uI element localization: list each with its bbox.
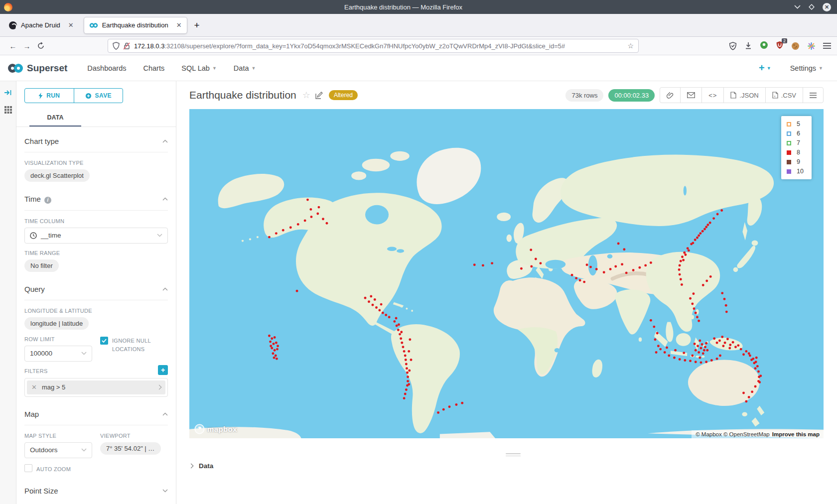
deckgl-map[interactable]: 5678910 mapbox © Mapbox © OpenStreetMap … xyxy=(189,109,824,438)
nav-data[interactable]: Data▼ xyxy=(234,64,256,72)
section-query[interactable]: Query xyxy=(16,275,176,300)
export-json-button[interactable]: .JSON xyxy=(723,88,765,103)
export-csv-button[interactable]: x .CSV xyxy=(765,88,803,103)
section-time[interactable]: Timei xyxy=(16,185,176,210)
auto-zoom-label: AUTO ZOOM xyxy=(36,464,71,474)
superset-brand[interactable]: Superset xyxy=(27,63,67,74)
run-button[interactable]: RUN xyxy=(25,89,74,103)
email-button[interactable] xyxy=(680,88,701,103)
legend-item[interactable]: 6 xyxy=(787,130,804,137)
dataset-grid-icon[interactable] xyxy=(4,106,12,114)
settings-menu[interactable]: Settings▼ xyxy=(790,64,823,72)
chart-title: Earthquake distribution xyxy=(189,89,296,101)
expand-panel-icon[interactable] xyxy=(4,89,12,96)
section-map[interactable]: Map xyxy=(16,400,176,425)
code-icon: <> xyxy=(708,92,717,99)
map-style-label: MAP STYLE xyxy=(24,433,92,439)
section-point-size[interactable]: Point Size xyxy=(16,477,176,502)
panel-tabs: DATA xyxy=(16,110,176,127)
time-range-value[interactable]: No filter xyxy=(24,259,59,272)
mapbox-logo[interactable]: mapbox xyxy=(194,424,237,434)
tab-earthquake-distribution[interactable]: Earthquake distribution ✕ xyxy=(84,17,187,34)
mapbox-circle-icon xyxy=(194,424,205,434)
envelope-icon xyxy=(687,92,695,98)
new-item-button[interactable]: +▼ xyxy=(759,62,771,74)
superset-logo-icon[interactable] xyxy=(7,62,24,74)
chevron-up-icon xyxy=(162,287,168,291)
nav-sql-lab[interactable]: SQL Lab▼ xyxy=(181,64,217,72)
circle-plus-icon xyxy=(85,93,92,99)
pinwheel-extension-icon[interactable] xyxy=(807,42,816,50)
url-text: 172.18.0.3:32108/superset/explore/?form_… xyxy=(134,42,565,50)
insecure-lock-icon[interactable] xyxy=(123,42,131,50)
close-window-icon[interactable]: ✕ xyxy=(823,3,831,11)
save-button[interactable]: SAVE xyxy=(74,89,123,103)
chart-actions-group: <> .JSON x .CSV xyxy=(660,87,824,103)
legend-item[interactable]: 7 xyxy=(787,139,804,146)
panel-resize-handle[interactable] xyxy=(506,453,521,456)
chevron-down-icon xyxy=(157,234,162,237)
checkbox-unchecked-icon[interactable] xyxy=(24,464,32,472)
legend-label: 5 xyxy=(797,121,800,127)
magnitude-legend: 5678910 xyxy=(781,116,812,179)
new-tab-button[interactable]: + xyxy=(194,20,200,31)
legend-item[interactable]: 10 xyxy=(787,168,804,175)
auto-zoom-checkbox[interactable]: AUTO ZOOM xyxy=(24,464,92,474)
forward-icon[interactable]: → xyxy=(20,42,34,50)
nav-dashboards[interactable]: Dashboards xyxy=(87,64,126,72)
downloads-icon[interactable] xyxy=(744,42,752,50)
cookie-extension-icon[interactable] xyxy=(791,42,800,50)
shield-permissions-icon[interactable] xyxy=(113,42,120,50)
extension-green-icon[interactable] xyxy=(760,41,768,51)
viewport-value[interactable]: 7° 35' 54.02" | 31... xyxy=(100,442,161,455)
bookmark-star-icon[interactable]: ☆ xyxy=(627,42,634,50)
altered-badge: Altered xyxy=(329,90,358,100)
remove-filter-icon[interactable]: ✕ xyxy=(31,383,37,391)
close-tab-icon[interactable]: ✕ xyxy=(68,21,74,29)
map-style-select[interactable]: Outdoors xyxy=(24,442,92,458)
copy-link-button[interactable] xyxy=(660,88,680,103)
row-limit-select[interactable]: 100000 xyxy=(24,346,92,362)
time-column-select[interactable]: __time xyxy=(24,228,168,244)
reload-icon[interactable] xyxy=(34,42,48,50)
chevron-down-icon: ▼ xyxy=(251,66,256,71)
ignore-null-checkbox[interactable]: IGNORE NULL LOCATIONS xyxy=(100,337,160,354)
clock-icon xyxy=(30,232,37,239)
chevron-down-icon xyxy=(81,352,87,355)
paperclip-icon xyxy=(667,92,674,99)
checkbox-checked-icon[interactable] xyxy=(100,337,108,345)
chart-area: Earthquake distribution ☆ Altered 73k ro… xyxy=(176,81,837,504)
nav-charts[interactable]: Charts xyxy=(143,64,165,72)
time-range-label: TIME RANGE xyxy=(24,250,168,256)
lonlat-value[interactable]: longitude | latitude xyxy=(24,317,89,330)
favorite-star-icon[interactable]: ☆ xyxy=(302,90,310,101)
hamburger-menu-icon xyxy=(810,93,817,98)
tab-data[interactable]: DATA xyxy=(29,110,81,126)
legend-item[interactable]: 8 xyxy=(787,149,804,156)
legend-item[interactable]: 9 xyxy=(787,158,804,165)
minimize-icon[interactable] xyxy=(794,5,801,9)
druid-favicon-icon xyxy=(9,21,17,29)
embed-code-button[interactable]: <> xyxy=(701,88,723,103)
map-attribution: © Mapbox © OpenStreetMap Improve this ma… xyxy=(692,430,824,438)
close-tab-icon[interactable]: ✕ xyxy=(176,21,182,29)
pocket-shield-icon[interactable] xyxy=(729,42,737,50)
maximize-icon[interactable] xyxy=(809,4,815,10)
url-bar[interactable]: 172.18.0.3:32108/superset/explore/?form_… xyxy=(108,39,639,53)
legend-item[interactable]: 5 xyxy=(787,121,804,127)
improve-map-link[interactable]: Improve this map xyxy=(772,431,820,437)
filter-chip[interactable]: ✕ mag > 5 xyxy=(27,380,165,394)
edit-properties-icon[interactable] xyxy=(315,92,323,99)
ublock-origin-icon[interactable]: 2 xyxy=(776,41,784,51)
back-icon[interactable]: ← xyxy=(6,42,20,50)
legend-label: 10 xyxy=(797,168,804,175)
chevron-down-icon xyxy=(81,448,87,452)
add-filter-button[interactable]: + xyxy=(158,365,168,375)
hamburger-menu-icon[interactable] xyxy=(823,42,831,49)
tab-apache-druid[interactable]: Apache Druid ✕ xyxy=(4,17,79,34)
section-chart-type[interactable]: Chart type xyxy=(16,127,176,152)
viz-type-value[interactable]: deck.gl Scatterplot xyxy=(24,169,90,182)
chevron-up-icon xyxy=(162,197,168,201)
data-collapse-row[interactable]: Data xyxy=(189,462,837,470)
chart-menu-button[interactable] xyxy=(803,88,823,103)
